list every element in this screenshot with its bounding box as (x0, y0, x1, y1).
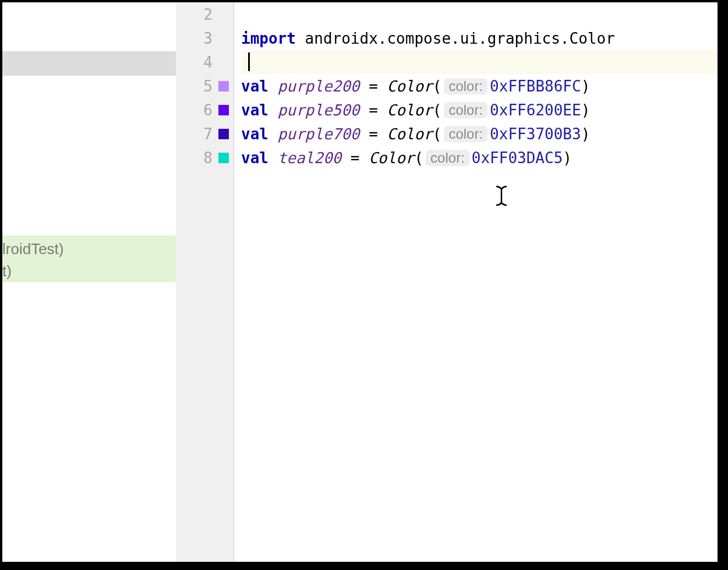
class-color: Color (369, 149, 414, 167)
gutter-row[interactable]: 8 (176, 146, 234, 170)
gutter-row[interactable]: 7 (176, 122, 234, 146)
identifier-purple500: purple500 (278, 101, 360, 119)
color-swatch-icon[interactable] (218, 81, 229, 92)
keyword-val: val (241, 149, 268, 167)
class-color: Color (387, 101, 432, 119)
keyword-val: val (241, 78, 268, 95)
editor-frame: lroidTest) t) 2 3 4 5 6 7 8 (2, 2, 718, 562)
class-color: Color (387, 125, 432, 143)
keyword-import: import (241, 30, 296, 47)
keyword-val: val (241, 125, 268, 143)
code-line-8[interactable]: val teal200 = Color(color:0xFF03DAC5) (241, 146, 718, 170)
color-swatch-icon (218, 9, 229, 20)
text-caret (248, 52, 250, 71)
param-hint: color: (444, 78, 487, 94)
gutter-row[interactable]: 4 (176, 50, 234, 74)
hex-literal: 0xFF6200EE (490, 101, 581, 119)
param-hint: color: (444, 126, 487, 142)
line-number: 5 (195, 78, 213, 95)
gutter-row[interactable]: 2 (176, 2, 234, 26)
color-swatch-icon[interactable] (218, 153, 229, 163)
line-number: 3 (195, 30, 213, 47)
code-line-6[interactable]: val purple500 = Color(color:0xFF6200EE) (241, 98, 718, 122)
gutter-row[interactable]: 6 (176, 98, 234, 122)
code-line-4-current[interactable] (241, 50, 718, 74)
mouse-text-cursor-icon (495, 185, 508, 211)
sidebar-test-line2: t) (2, 260, 176, 282)
sidebar-selection-band[interactable] (2, 51, 176, 76)
line-number: 7 (195, 125, 213, 143)
gutter-row[interactable]: 5 (176, 74, 234, 98)
identifier-teal200: teal200 (278, 149, 342, 167)
code-line-7[interactable]: val purple700 = Color(color:0xFF3700B3) (241, 122, 718, 146)
identifier-purple200: purple200 (278, 78, 360, 95)
param-hint: color: (426, 150, 469, 166)
color-swatch-icon (218, 33, 229, 44)
color-swatch-icon[interactable] (218, 105, 229, 115)
gutter-row[interactable]: 3 (176, 26, 234, 50)
line-number: 6 (195, 101, 213, 119)
sidebar-test-line1: lroidTest) (2, 238, 176, 260)
project-sidebar[interactable]: lroidTest) t) (2, 2, 176, 562)
line-number: 2 (195, 6, 213, 23)
sidebar-test-folder[interactable]: lroidTest) t) (2, 235, 176, 282)
color-swatch-icon (218, 57, 229, 68)
code-line-5[interactable]: val purple200 = Color(color:0xFFBB86FC) (241, 74, 718, 98)
class-color: Color (387, 78, 432, 95)
import-path: androidx.compose.ui.graphics.Color (296, 30, 615, 47)
code-line-3[interactable]: import androidx.compose.ui.graphics.Colo… (241, 26, 718, 50)
hex-literal: 0xFFBB86FC (490, 78, 581, 95)
identifier-purple700: purple700 (278, 125, 360, 143)
line-number: 8 (195, 149, 213, 167)
code-editor[interactable]: import androidx.compose.ui.graphics.Colo… (234, 2, 718, 562)
color-swatch-icon[interactable] (218, 129, 229, 139)
keyword-val: val (241, 101, 268, 119)
editor-gutter[interactable]: 2 3 4 5 6 7 8 (176, 2, 234, 562)
hex-literal: 0xFF3700B3 (490, 125, 581, 143)
line-number: 4 (195, 54, 213, 71)
hex-literal: 0xFF03DAC5 (472, 149, 563, 167)
code-line-2[interactable] (241, 2, 718, 26)
param-hint: color: (444, 102, 487, 118)
